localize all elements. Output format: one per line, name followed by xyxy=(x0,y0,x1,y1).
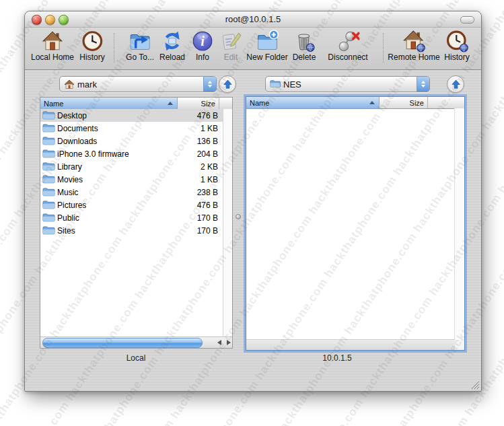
local-up-directory-button[interactable] xyxy=(219,75,236,93)
name-column-header[interactable]: Name xyxy=(40,98,178,109)
file-name: Sites xyxy=(57,226,174,236)
zoom-button[interactable] xyxy=(59,15,69,25)
toolbar-label: Go To... xyxy=(126,52,154,62)
file-size: 1 KB xyxy=(174,175,223,184)
local-vertical-scrollbar[interactable] xyxy=(223,109,232,337)
file-name: Movies xyxy=(57,175,174,184)
edit-icon xyxy=(219,30,242,52)
info-icon: i xyxy=(191,30,214,52)
file-size: 238 B xyxy=(174,188,223,197)
size-column-header[interactable]: Size xyxy=(380,97,428,108)
edit-button: Edit xyxy=(219,30,242,62)
scroll-left-arrow-icon[interactable] xyxy=(217,340,221,345)
reload-button[interactable]: Reload xyxy=(159,30,185,62)
local-path-popup[interactable]: mark xyxy=(59,76,217,92)
file-row[interactable]: Desktop476 B xyxy=(40,109,223,122)
size-column-header[interactable]: Size xyxy=(178,98,219,109)
title-bar[interactable]: root@10.0.1.5 xyxy=(25,11,481,28)
pane-splitter-grip[interactable] xyxy=(236,214,241,219)
remote-home-icon xyxy=(402,30,425,52)
local-horizontal-scrollbar[interactable] xyxy=(40,336,232,348)
scroll-right-arrow-icon[interactable] xyxy=(227,340,231,345)
local-home-button[interactable]: Local Home xyxy=(31,30,74,62)
app-window: root@10.0.1.5 Local Home History Go To..… xyxy=(24,11,482,392)
file-row[interactable]: Documents1 KB xyxy=(40,122,223,135)
toolbar-separator xyxy=(114,33,114,63)
remote-vertical-scrollbar[interactable] xyxy=(454,108,464,350)
toolbar-label: Info xyxy=(191,52,214,62)
folder-icon xyxy=(270,79,281,89)
delete-icon xyxy=(293,30,316,52)
folder-icon xyxy=(42,200,55,210)
new-folder-button[interactable]: New Folder xyxy=(246,30,287,62)
file-name: Downloads xyxy=(57,137,174,146)
remote-list-header: Name Size xyxy=(246,97,464,109)
file-size: 1 KB xyxy=(174,124,223,133)
remote-history-icon xyxy=(445,30,468,52)
svg-text:i: i xyxy=(201,34,205,48)
name-column-label: Name xyxy=(250,99,269,107)
name-column-header[interactable]: Name xyxy=(246,97,380,108)
go-to-icon xyxy=(129,30,151,52)
local-file-pane: Name Size Desktop476 BDocuments1 KBDownl… xyxy=(40,97,233,349)
toolbar-pill-button[interactable] xyxy=(460,16,474,24)
delete-button[interactable]: Delete xyxy=(293,30,316,62)
local-history-button[interactable]: History xyxy=(79,30,104,62)
file-size: 476 B xyxy=(174,111,223,120)
file-row[interactable]: Sites170 B xyxy=(40,224,223,237)
toolbar: Local Home History Go To... Reload i Inf… xyxy=(25,28,481,70)
toolbar-label: Delete xyxy=(293,52,316,62)
file-row[interactable]: Movies1 KB xyxy=(40,173,223,186)
close-button[interactable] xyxy=(32,15,42,25)
file-row[interactable]: Music238 B xyxy=(40,186,223,199)
sort-ascending-icon xyxy=(168,102,173,105)
file-row[interactable]: Library2 KB xyxy=(40,160,223,173)
local-pane-label: Local xyxy=(89,353,183,363)
file-size: 170 B xyxy=(174,226,223,236)
toolbar-label: New Folder xyxy=(246,52,287,62)
home-icon xyxy=(64,79,75,89)
info-button[interactable]: i Info xyxy=(191,30,214,62)
file-name: Pictures xyxy=(57,201,174,210)
toolbar-label: Disconnect xyxy=(328,52,367,62)
history-icon xyxy=(81,30,104,52)
file-row[interactable]: Downloads136 B xyxy=(40,135,223,147)
size-column-label: Size xyxy=(201,100,215,108)
name-column-label: Name xyxy=(44,100,63,108)
file-size: 204 B xyxy=(174,149,223,159)
remote-path-value: NES xyxy=(283,79,301,90)
remote-horizontal-scrollbar[interactable] xyxy=(246,339,455,350)
local-home-icon xyxy=(41,30,64,52)
file-name: Library xyxy=(57,162,174,172)
remote-file-list xyxy=(246,108,455,340)
folder-icon xyxy=(42,110,55,120)
toolbar-separator xyxy=(383,33,384,63)
extra-column-header xyxy=(219,98,232,109)
file-name: Documents xyxy=(57,124,174,133)
local-path-value: mark xyxy=(77,79,97,90)
disconnect-button[interactable]: Disconnect xyxy=(328,30,367,62)
scrollbar-corner xyxy=(455,340,464,350)
popup-stepper-icon xyxy=(203,77,216,92)
scrollbar-thumb[interactable] xyxy=(42,338,203,348)
disconnect-icon xyxy=(336,30,359,52)
toolbar-label: Remote Home xyxy=(388,52,439,62)
popup-stepper-icon xyxy=(417,77,429,92)
file-row[interactable]: iPhone 3.0 firmware204 B xyxy=(40,147,223,160)
remote-home-button[interactable]: Remote Home xyxy=(388,30,439,62)
minimize-button[interactable] xyxy=(45,15,55,25)
folder-icon xyxy=(42,162,55,172)
file-row[interactable]: Public170 B xyxy=(40,211,223,224)
file-name: Desktop xyxy=(57,111,174,120)
remote-path-popup[interactable]: NES xyxy=(265,76,430,92)
reload-icon xyxy=(161,30,184,52)
remote-up-directory-button[interactable] xyxy=(447,75,464,93)
sort-ascending-icon xyxy=(369,101,375,104)
folder-icon xyxy=(42,225,55,236)
toolbar-label: History xyxy=(79,52,104,62)
go-to-button[interactable]: Go To... xyxy=(126,30,154,62)
new-folder-icon xyxy=(256,30,279,52)
window-resize-grip[interactable] xyxy=(470,380,480,390)
file-row[interactable]: Pictures476 B xyxy=(40,199,223,211)
remote-history-button[interactable]: History xyxy=(444,30,469,62)
